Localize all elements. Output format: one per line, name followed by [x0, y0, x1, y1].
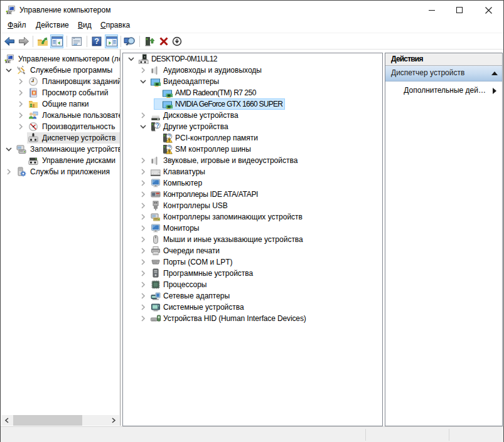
svg-text:?: ? [94, 37, 99, 46]
